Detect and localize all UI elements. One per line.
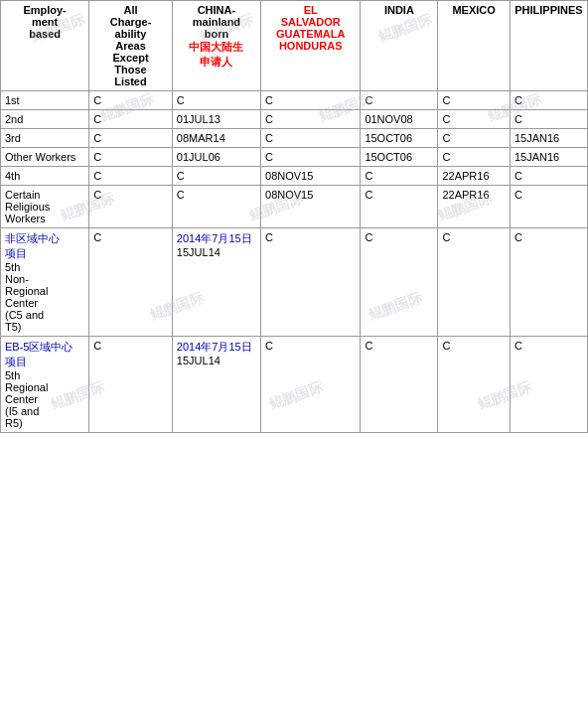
cell-3rd-elsalvador: C [261, 129, 361, 148]
table-row: 3rd C 08MAR14 C 15OCT06 C 15JAN16 [1, 129, 588, 148]
cell-crw-mexico: 22APR16 [438, 186, 510, 228]
header-all-chargeability: AllCharge-abilityAreasExceptThoseListed [89, 1, 173, 91]
cell-4th-philippines: C [510, 167, 587, 186]
row-label-2nd: 2nd [1, 110, 89, 129]
cell-other-china: 01JUL06 [172, 148, 260, 167]
cell-3rd-mexico: C [438, 129, 510, 148]
cell-4th-india: C [361, 167, 438, 186]
cell-3rd-all: C [89, 129, 173, 148]
row-label-other-workers: Other Workers [1, 148, 89, 167]
el-salvador-label: ELSALVADORGUATEMALAHONDURAS [276, 4, 345, 52]
table-row: 非区域中心项目 5thNon-RegionalCenter(C5 andT5) … [1, 228, 588, 337]
header-mexico: MEXICO [438, 1, 510, 91]
cell-1st-china: C [172, 91, 260, 110]
cell-other-elsalvador: C [261, 148, 361, 167]
cell-4th-mexico: 22APR16 [438, 167, 510, 186]
header-el-salvador: ELSALVADORGUATEMALAHONDURAS [261, 1, 361, 91]
row-label-4th: 4th [1, 167, 89, 186]
table-row: Certain Religious Workers C C 08NOV15 C … [1, 186, 588, 228]
cell-2nd-philippines: C [510, 110, 587, 129]
cell-other-philippines: 15JAN16 [510, 148, 587, 167]
header-india: INDIA [361, 1, 438, 91]
cell-5tnr-mexico: C [438, 228, 510, 337]
cell-4th-elsalvador: 08NOV15 [261, 167, 361, 186]
cell-crw-china: C [172, 186, 260, 228]
5tnr-china-date: 2014年7月15日 [177, 232, 252, 244]
cell-5tr-mexico: C [438, 337, 510, 433]
row-label-certain-religious: Certain Religious Workers [1, 186, 89, 228]
cell-1st-philippines: C [510, 91, 587, 110]
cell-crw-philippines: C [510, 186, 587, 228]
5th-non-regional-prefix: 非区域中心项目 [5, 232, 60, 259]
header-employment-based: Employ-mentbased [1, 1, 89, 91]
cell-1st-mexico: C [438, 91, 510, 110]
cell-5tnr-china: 2014年7月15日15JUL14 [172, 228, 260, 337]
cell-5tr-elsalvador: C [261, 337, 361, 433]
visa-bulletin-table: Employ-mentbased AllCharge-abilityAreasE… [0, 0, 588, 433]
row-label-5th-non-regional: 非区域中心项目 5thNon-RegionalCenter(C5 andT5) [1, 228, 89, 337]
cell-5tr-india: C [361, 337, 438, 433]
table-wrapper: Employ-mentbased AllCharge-abilityAreasE… [0, 0, 588, 433]
cell-1st-elsalvador: C [261, 91, 361, 110]
cell-5tnr-india: C [361, 228, 438, 337]
cell-5tnr-philippines: C [510, 228, 587, 337]
cell-3rd-china: 08MAR14 [172, 129, 260, 148]
row-label-5th-regional: EB-5区域中心项目 5thRegionalCenter(I5 andR5) [1, 337, 89, 433]
cell-crw-elsalvador: 08NOV15 [261, 186, 361, 228]
cell-5tr-philippines: C [510, 337, 587, 433]
cell-2nd-all: C [89, 110, 173, 129]
cell-other-india: 15OCT06 [361, 148, 438, 167]
header-philippines: PHILIPPINES [510, 1, 587, 91]
cell-1st-india: C [361, 91, 438, 110]
cell-3rd-india: 15OCT06 [361, 129, 438, 148]
cell-1st-all: C [89, 91, 173, 110]
cell-2nd-china: 01JUL13 [172, 110, 260, 129]
table-row: EB-5区域中心项目 5thRegionalCenter(I5 andR5) C… [1, 337, 588, 433]
cell-other-all: C [89, 148, 173, 167]
cell-5tnr-all: C [89, 228, 173, 337]
cell-3rd-philippines: 15JAN16 [510, 129, 587, 148]
cell-5tr-all: C [89, 337, 173, 433]
cell-5tr-china: 2014年7月15日15JUL14 [172, 337, 260, 433]
table-row: 4th C C 08NOV15 C 22APR16 C [1, 167, 588, 186]
cell-2nd-mexico: C [438, 110, 510, 129]
cell-4th-china: C [172, 167, 260, 186]
row-label-3rd: 3rd [1, 129, 89, 148]
header-row: Employ-mentbased AllCharge-abilityAreasE… [1, 1, 588, 91]
cell-other-mexico: C [438, 148, 510, 167]
table-row: 2nd C 01JUL13 C 01NOV08 C C [1, 110, 588, 129]
cell-2nd-elsalvador: C [261, 110, 361, 129]
china-subtitle: 中国大陆生申请人 [189, 41, 243, 68]
row-label-1st: 1st [1, 91, 89, 110]
cell-5tnr-elsalvador: C [261, 228, 361, 337]
cell-2nd-india: 01NOV08 [361, 110, 438, 129]
5tr-china-date: 2014年7月15日 [177, 341, 252, 353]
header-china-mainland: CHINA-mainlandborn中国大陆生申请人 [172, 1, 260, 91]
cell-crw-all: C [89, 186, 173, 228]
cell-crw-india: C [361, 186, 438, 228]
table-row: 1st C C C C C C [1, 91, 588, 110]
cell-4th-all: C [89, 167, 173, 186]
table-row: Other Workers C 01JUL06 C 15OCT06 C 15JA… [1, 148, 588, 167]
5th-regional-prefix: EB-5区域中心项目 [5, 341, 73, 367]
